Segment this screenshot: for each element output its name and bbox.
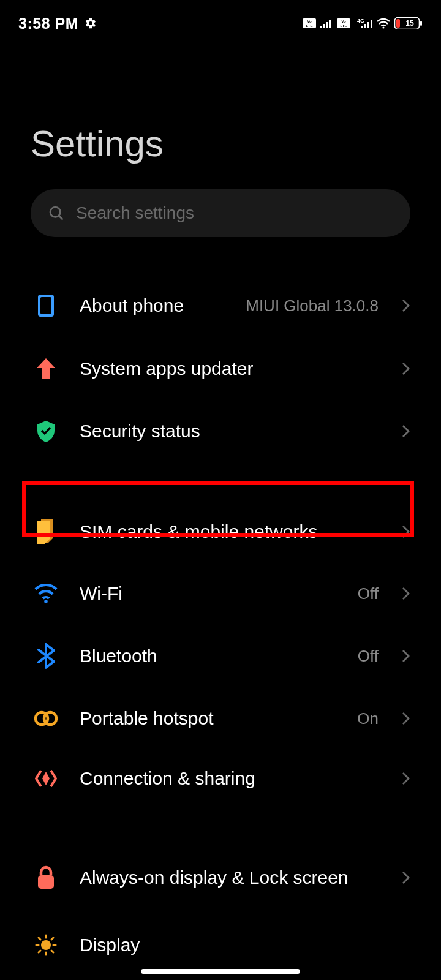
row-label: Bluetooth — [80, 646, 339, 666]
row-label: Wi-Fi — [80, 583, 339, 604]
svg-rect-26 — [38, 875, 54, 889]
svg-rect-5 — [326, 22, 328, 28]
svg-rect-3 — [320, 26, 322, 28]
connection-icon — [31, 768, 61, 789]
svg-rect-12 — [364, 24, 366, 28]
search-icon — [48, 205, 65, 222]
svg-text:LTE: LTE — [341, 24, 347, 28]
svg-text:4G: 4G — [357, 18, 364, 24]
svg-rect-17 — [396, 19, 400, 28]
chevron-right-icon — [402, 871, 410, 884]
nav-home-indicator[interactable] — [141, 969, 300, 974]
shield-check-icon — [31, 420, 61, 443]
row-connection-sharing[interactable]: Connection & sharing — [31, 748, 410, 809]
status-time: 3:58 PM — [18, 15, 78, 32]
chevron-right-icon — [402, 587, 410, 600]
svg-rect-6 — [329, 20, 331, 28]
row-value: MIUI Global 13.0.8 — [246, 296, 379, 315]
svg-point-15 — [382, 26, 384, 28]
svg-rect-18 — [420, 21, 422, 26]
divider — [31, 481, 410, 481]
svg-rect-4 — [323, 24, 325, 28]
svg-text:Vo: Vo — [307, 20, 312, 23]
svg-line-33 — [51, 951, 53, 952]
divider — [31, 827, 410, 827]
svg-rect-22 — [40, 297, 51, 314]
row-value: Off — [358, 647, 379, 666]
battery-text: 15 — [405, 19, 414, 28]
row-security-status[interactable]: Security status — [31, 400, 410, 462]
screen: 3:58 PM VoLTE VoLTE 4G 15 — [0, 0, 441, 980]
row-label: Portable hotspot — [80, 708, 339, 729]
svg-point-23 — [44, 600, 48, 603]
row-label: Connection & sharing — [80, 768, 383, 789]
row-label: Security status — [80, 421, 383, 442]
settings-list: About phone MIUI Global 13.0.8 System ap… — [31, 274, 410, 976]
battery-icon: 15 — [394, 17, 423, 29]
row-label: SIM cards & mobile networks — [80, 521, 383, 542]
chevron-right-icon — [402, 362, 410, 375]
row-value: Off — [358, 584, 379, 603]
search-input[interactable] — [76, 203, 393, 223]
statusbar-left: 3:58 PM — [18, 15, 97, 32]
svg-line-32 — [39, 938, 40, 940]
signal-4g-icon: 4G — [354, 18, 372, 29]
row-sim-cards[interactable]: SIM cards & mobile networks — [31, 500, 410, 564]
wifi-icon — [376, 18, 391, 29]
svg-rect-14 — [371, 20, 372, 28]
gear-icon — [85, 17, 97, 29]
row-display[interactable]: Display — [31, 910, 410, 976]
row-value: On — [357, 709, 379, 728]
hotspot-icon — [31, 709, 61, 728]
svg-text:Vo: Vo — [341, 20, 346, 23]
wifi-setting-icon — [31, 584, 61, 603]
page-title: Settings — [0, 37, 441, 189]
row-lock-screen[interactable]: Always-on display & Lock screen — [31, 846, 410, 910]
row-label: System apps updater — [80, 358, 383, 379]
lock-icon — [31, 865, 61, 890]
row-label: About phone — [80, 295, 227, 316]
arrow-up-icon — [31, 357, 61, 380]
chevron-right-icon — [402, 424, 410, 438]
row-wifi[interactable]: Wi-Fi Off — [31, 564, 410, 624]
row-bluetooth[interactable]: Bluetooth Off — [31, 624, 410, 688]
chevron-right-icon — [402, 525, 410, 538]
row-about-phone[interactable]: About phone MIUI Global 13.0.8 — [31, 274, 410, 337]
statusbar: 3:58 PM VoLTE VoLTE 4G 15 — [0, 0, 441, 37]
row-label: Always-on display & Lock screen — [80, 866, 383, 889]
row-label: Display — [80, 935, 410, 956]
svg-rect-13 — [368, 22, 369, 28]
row-portable-hotspot[interactable]: Portable hotspot On — [31, 688, 410, 748]
volte-icon: VoLTE — [303, 18, 316, 28]
statusbar-right: VoLTE VoLTE 4G 15 — [303, 17, 423, 29]
svg-point-19 — [50, 207, 60, 217]
sun-icon — [31, 934, 61, 956]
volte-icon-2: VoLTE — [337, 18, 350, 28]
chevron-right-icon — [402, 299, 410, 312]
svg-line-35 — [39, 951, 40, 952]
svg-rect-11 — [361, 26, 363, 28]
chevron-right-icon — [402, 712, 410, 725]
svg-line-20 — [59, 216, 63, 220]
svg-point-25 — [44, 712, 56, 725]
signal-icon — [320, 18, 333, 28]
row-system-apps-updater[interactable]: System apps updater — [31, 337, 410, 400]
phone-icon — [31, 293, 61, 318]
search-bar[interactable] — [31, 189, 410, 237]
svg-line-34 — [51, 938, 53, 940]
svg-text:LTE: LTE — [306, 24, 313, 28]
bluetooth-icon — [31, 643, 61, 669]
chevron-right-icon — [402, 772, 410, 785]
sim-card-icon — [31, 519, 61, 544]
chevron-right-icon — [402, 649, 410, 663]
svg-point-27 — [41, 940, 51, 950]
